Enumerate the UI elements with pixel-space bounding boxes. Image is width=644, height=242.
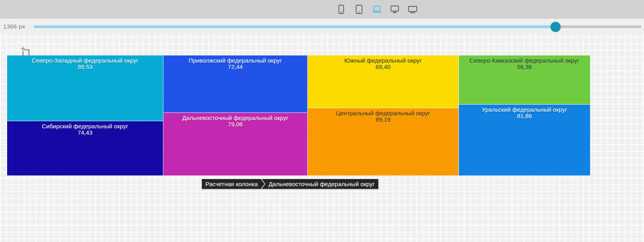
- treemap-tile[interactable]: Приволжский федеральный округ72,44: [163, 55, 307, 112]
- treemap-chart: Северо-Западный федеральный округ89,53Си…: [7, 55, 590, 175]
- tile-label: Дальневосточный федеральный округ: [163, 115, 307, 121]
- tile-value: 89,53: [7, 64, 163, 71]
- tooltip-measure-label: Расчетная колонка: [202, 179, 261, 189]
- device-toolbar: [0, 0, 644, 19]
- tile-label: Центральный федеральный округ: [308, 110, 458, 116]
- tile-value: 74,43: [7, 130, 163, 136]
- tile-label: Северо-Кавказский федеральный округ: [459, 57, 590, 64]
- desktop-monitor-icon: [389, 4, 400, 15]
- treemap-tile[interactable]: Уральский федеральный округ81,86: [459, 105, 590, 175]
- treemap-tile[interactable]: Сибирский федеральный округ74,43: [7, 121, 163, 175]
- treemap-tile[interactable]: Дальневосточный федеральный округ79,06: [163, 113, 307, 175]
- widescreen-display-icon: [407, 4, 418, 15]
- tile-value: 81,86: [459, 113, 590, 120]
- tile-label: Приволжский федеральный округ: [163, 57, 307, 64]
- treemap-tile[interactable]: Северо-Западный федеральный округ89,53: [7, 55, 163, 121]
- tooltip-category-value: Дальневосточный федеральный округ: [265, 179, 378, 189]
- width-slider-row: 1366 px: [0, 19, 644, 34]
- treemap-column: Южный федеральный округ69,40Центральный …: [308, 55, 458, 175]
- phone-icon: [336, 4, 347, 15]
- treemap-tile[interactable]: Центральный федеральный округ89,19: [308, 108, 458, 175]
- app-root: 1366 px Северо-Западный федеральный окру…: [0, 0, 644, 242]
- canvas-width-label: 1366 px: [3, 23, 25, 30]
- desktop-preview-button[interactable]: [389, 4, 400, 15]
- tile-label: Уральский федеральный округ: [459, 107, 590, 113]
- laptop-icon: [372, 4, 382, 15]
- treemap-column: Приволжский федеральный округ72,44Дальне…: [163, 55, 307, 175]
- tile-label: Северо-Западный федеральный округ: [7, 57, 163, 64]
- width-slider-thumb[interactable]: [550, 22, 561, 32]
- device-selector: [335, 0, 418, 19]
- laptop-preview-button[interactable]: [371, 4, 382, 15]
- width-slider-fill: [34, 25, 556, 28]
- treemap-column: Северо-Кавказский федеральный округ56,36…: [459, 55, 590, 175]
- treemap-tile[interactable]: Южный федеральный округ69,40: [308, 55, 458, 108]
- tablet-preview-button[interactable]: [353, 4, 364, 15]
- tile-label: Сибирский федеральный округ: [7, 123, 163, 130]
- tile-value: 69,40: [308, 64, 458, 71]
- tile-value: 79,06: [163, 121, 307, 128]
- widescreen-preview-button[interactable]: [407, 4, 418, 15]
- tile-value: 72,44: [163, 64, 307, 71]
- chart-tooltip: Расчетная колонка Дальневосточный федера…: [202, 179, 378, 189]
- width-slider-track[interactable]: [34, 25, 641, 28]
- tablet-icon: [354, 4, 364, 15]
- tile-value: 56,36: [459, 64, 590, 71]
- phone-preview-button[interactable]: [335, 4, 347, 15]
- treemap-column: Северо-Западный федеральный округ89,53Си…: [7, 55, 163, 175]
- tile-value: 89,19: [308, 116, 458, 123]
- design-canvas[interactable]: Северо-Западный федеральный округ89,53Си…: [0, 34, 644, 242]
- treemap-tile[interactable]: Северо-Кавказский федеральный округ56,36: [459, 55, 590, 104]
- tile-label: Южный федеральный округ: [308, 57, 458, 64]
